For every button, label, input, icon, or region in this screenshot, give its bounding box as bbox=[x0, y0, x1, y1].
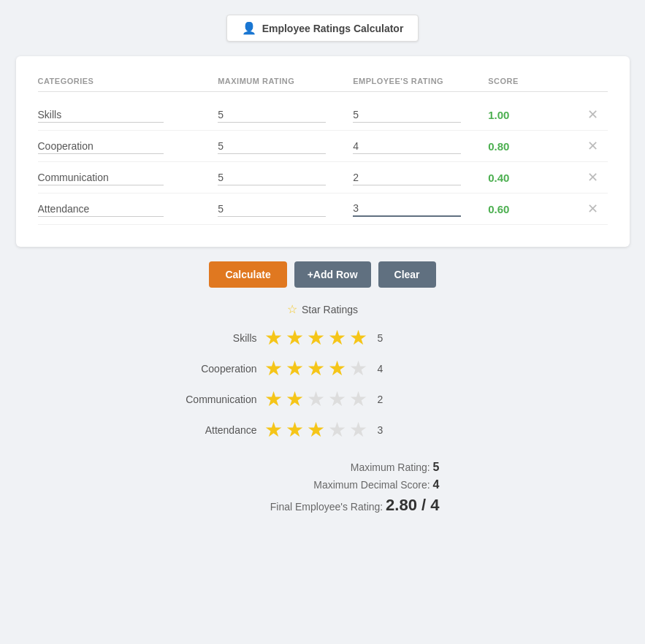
stars-container: ★★★★★ bbox=[264, 328, 367, 348]
emp-rating-input[interactable] bbox=[353, 107, 461, 123]
emp-rating-input[interactable] bbox=[353, 201, 461, 217]
empty-star: ★ bbox=[328, 420, 346, 440]
header-score: SCORE bbox=[488, 77, 578, 85]
filled-star: ★ bbox=[264, 328, 283, 348]
filled-star: ★ bbox=[328, 359, 346, 379]
action-buttons: Calculate +Add Row Clear bbox=[209, 261, 435, 288]
filled-star: ★ bbox=[328, 328, 346, 348]
remove-row-button[interactable]: ✕ bbox=[579, 107, 608, 123]
stars-container: ★★★★★ bbox=[264, 359, 367, 379]
table-row: 1.00 ✕ bbox=[38, 99, 608, 131]
header-categories: CATEGORIES bbox=[38, 77, 218, 85]
final-rating-label: Final Employee's Rating: bbox=[270, 501, 383, 513]
remove-row-button[interactable]: ✕ bbox=[579, 169, 608, 185]
person-icon: 👤 bbox=[242, 21, 256, 35]
filled-star: ★ bbox=[286, 389, 304, 410]
empty-star: ★ bbox=[307, 389, 325, 410]
rating-label: Communication bbox=[162, 394, 257, 405]
category-input[interactable] bbox=[38, 139, 164, 154]
max-decimal-value: 4 bbox=[433, 478, 440, 491]
score-value: 0.80 bbox=[488, 140, 578, 153]
stars-container: ★★★★★ bbox=[264, 389, 367, 410]
main-card: CATEGORIES MAXIMUM RATING EMPLOYEE'S RAT… bbox=[16, 56, 630, 247]
filled-star: ★ bbox=[264, 389, 283, 410]
max-rating-value: 5 bbox=[433, 461, 440, 473]
table-row: 0.80 ✕ bbox=[38, 131, 608, 162]
max-rating-input[interactable] bbox=[218, 202, 326, 217]
ratings-section: ☆ Star Ratings Skills ★★★★★ 5 Cooperatio… bbox=[16, 302, 630, 519]
remove-row-button[interactable]: ✕ bbox=[579, 201, 608, 217]
star-rating-row: Attendance ★★★★★ 3 bbox=[162, 420, 484, 440]
max-decimal-label: Maximum Decimal Score: bbox=[313, 479, 430, 491]
filled-star: ★ bbox=[286, 359, 304, 379]
max-rating-row: Maximum Rating: 5 bbox=[162, 461, 440, 474]
emp-rating-input[interactable] bbox=[353, 139, 461, 154]
filled-star: ★ bbox=[264, 359, 283, 379]
filled-star: ★ bbox=[307, 328, 325, 348]
stars-container: ★★★★★ bbox=[264, 420, 367, 440]
rating-label: Attendance bbox=[162, 424, 257, 436]
rating-number: 4 bbox=[378, 363, 383, 375]
score-value: 0.60 bbox=[488, 203, 578, 215]
emp-rating-input[interactable] bbox=[353, 170, 461, 185]
star-rows-container: Skills ★★★★★ 5 Cooperation ★★★★★ 4 Commu… bbox=[162, 328, 484, 451]
header-employees-rating: EMPLOYEE'S RATING bbox=[353, 77, 488, 85]
filled-star: ★ bbox=[349, 328, 367, 348]
max-rating-input[interactable] bbox=[218, 170, 326, 185]
clear-button[interactable]: Clear bbox=[378, 261, 436, 288]
max-rating-input[interactable] bbox=[218, 107, 326, 123]
empty-star: ★ bbox=[349, 359, 367, 379]
table-rows-container: 1.00 ✕ 0.80 ✕ 0.40 ✕ 0.60 ✕ bbox=[38, 99, 608, 225]
rating-number: 5 bbox=[378, 332, 383, 344]
remove-row-button[interactable]: ✕ bbox=[579, 138, 608, 154]
add-row-button[interactable]: +Add Row bbox=[294, 261, 371, 288]
star-ratings-title: ☆ Star Ratings bbox=[287, 302, 358, 316]
filled-star: ★ bbox=[286, 328, 304, 348]
star-ratings-label: Star Ratings bbox=[302, 304, 358, 315]
max-rating-label: Maximum Rating: bbox=[351, 461, 430, 473]
filled-star: ★ bbox=[307, 420, 325, 440]
final-rating-row: Final Employee's Rating: 2.80 / 4 bbox=[162, 496, 440, 515]
star-icon-small: ☆ bbox=[287, 302, 297, 316]
star-rating-row: Communication ★★★★★ 2 bbox=[162, 389, 484, 410]
empty-star: ★ bbox=[328, 389, 346, 410]
score-value: 0.40 bbox=[488, 172, 578, 184]
rating-number: 3 bbox=[378, 424, 383, 436]
header-maximum-rating: MAXIMUM RATING bbox=[218, 77, 353, 85]
max-rating-input[interactable] bbox=[218, 139, 326, 154]
table-row: 0.40 ✕ bbox=[38, 162, 608, 193]
score-value: 1.00 bbox=[488, 109, 578, 121]
star-rating-row: Skills ★★★★★ 5 bbox=[162, 328, 484, 348]
calculate-button[interactable]: Calculate bbox=[209, 261, 286, 288]
header-actions bbox=[579, 77, 608, 85]
rating-number: 2 bbox=[378, 394, 383, 405]
table-header: CATEGORIES MAXIMUM RATING EMPLOYEE'S RAT… bbox=[38, 71, 608, 92]
category-input[interactable] bbox=[38, 170, 164, 185]
summary-section: Maximum Rating: 5 Maximum Decimal Score:… bbox=[162, 461, 484, 519]
app-title: Employee Ratings Calculator bbox=[262, 23, 404, 34]
rating-label: Skills bbox=[162, 332, 257, 344]
empty-star: ★ bbox=[349, 420, 367, 440]
max-decimal-row: Maximum Decimal Score: 4 bbox=[162, 478, 440, 491]
rating-label: Cooperation bbox=[162, 363, 257, 375]
table-row: 0.60 ✕ bbox=[38, 193, 608, 225]
star-rating-row: Cooperation ★★★★★ 4 bbox=[162, 359, 484, 379]
filled-star: ★ bbox=[307, 359, 325, 379]
category-input[interactable] bbox=[38, 107, 164, 123]
final-rating-value: 2.80 / 4 bbox=[386, 496, 439, 514]
category-input[interactable] bbox=[38, 202, 164, 217]
filled-star: ★ bbox=[286, 420, 304, 440]
filled-star: ★ bbox=[264, 420, 283, 440]
app-title-bar: 👤 Employee Ratings Calculator bbox=[226, 15, 419, 42]
empty-star: ★ bbox=[349, 389, 367, 410]
